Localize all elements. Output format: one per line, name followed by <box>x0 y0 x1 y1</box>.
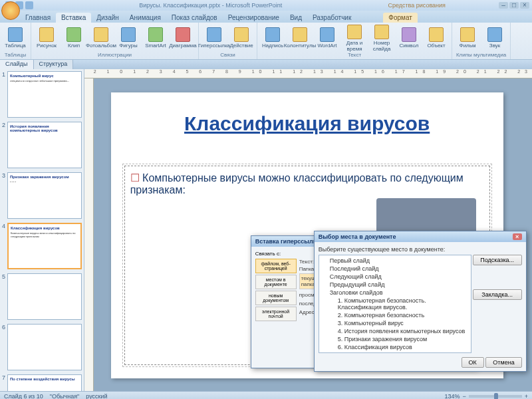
status-theme: "Обычная" <box>50 393 80 400</box>
ruler-horizontal: 2 1 0 1 2 3 4 5 6 7 8 9 10 11 12 13 14 1… <box>84 69 532 78</box>
link-side-panel: файлом, веб-страницейместом в документен… <box>255 259 297 323</box>
status-bar: Слайд 6 из 10 "Обычная" русский 134% − + <box>0 391 532 399</box>
ribbon-tab-6[interactable]: Вид <box>285 13 307 23</box>
ribbon-btn-Фильм[interactable]: Фильм <box>455 27 480 49</box>
Дата и время-icon <box>347 25 362 39</box>
link-side-1[interactable]: местом в документе <box>255 275 297 289</box>
tree-item-7[interactable]: 3. Компьютерный вирус <box>321 319 469 327</box>
tree-item-11[interactable]: 7. Слайд 7 <box>321 351 469 353</box>
ribbon-tabs: ГлавнаяВставкаДизайнАнимацияПоказ слайдо… <box>0 11 532 23</box>
ribbon-tab-4[interactable]: Показ слайдов <box>166 13 223 23</box>
ribbon-btn-Колонтитулы[interactable]: Колонтитулы <box>287 27 313 49</box>
panel-tab-slides[interactable]: Слайды <box>0 60 34 69</box>
office-button[interactable] <box>1 1 20 20</box>
maximize-button[interactable]: □ <box>509 2 519 9</box>
ribbon-btn-Символ[interactable]: Символ <box>396 27 422 49</box>
tree-item-2[interactable]: Следующий слайд <box>321 273 469 281</box>
ribbon-btn-Рисунок[interactable]: Рисунок <box>34 27 59 49</box>
ribbon-btn-Номер слайда[interactable]: Номер слайда <box>369 25 394 52</box>
slide-title[interactable]: Классификация вирусов <box>111 92 503 142</box>
Клип-icon <box>66 27 81 42</box>
ribbon-btn-Объект[interactable]: Объект <box>424 27 449 49</box>
ribbon: ТаблицаТаблицыРисунокКлипФотоальбомФигур… <box>0 23 532 60</box>
Объект-icon <box>429 27 444 42</box>
Колонтитулы-icon <box>293 27 307 42</box>
place-tree[interactable]: Первый слайдПоследний слайдСледующий сла… <box>319 255 471 353</box>
ribbon-tab-2[interactable]: Дизайн <box>91 13 124 23</box>
zoom-in-button[interactable]: + <box>525 393 528 400</box>
ribbon-tab-3[interactable]: Анимация <box>124 13 166 23</box>
ribbon-btn-Действие[interactable]: Действие <box>229 27 254 49</box>
thumb-1[interactable]: 1Компьютерный вирусспециально созданная … <box>2 71 82 118</box>
ribbon-tab-5[interactable]: Рецензирование <box>223 13 285 23</box>
ribbon-tab-1[interactable]: Вставка <box>56 13 91 23</box>
status-slide: Слайд 6 из 10 <box>4 393 43 400</box>
thumb-4[interactable]: 4Классификация вирусовКомпьютерные вирус… <box>2 223 82 269</box>
Фигуры-icon <box>121 27 136 42</box>
ribbon-btn-Надпись[interactable]: Надпись <box>260 27 285 49</box>
tree-item-1[interactable]: Последний слайд <box>321 265 469 273</box>
ribbon-btn-Фотоальбом[interactable]: Фотоальбом <box>88 27 114 49</box>
dialog-place-title: Выбор места в документе <box>319 233 396 240</box>
Звук-icon <box>487 27 502 42</box>
bullet-text: Компьютерные вирусы можно классифицирова… <box>130 172 484 196</box>
tree-item-8[interactable]: 4. История появления компьютерных вирусо… <box>321 327 469 335</box>
ribbon-tab-0[interactable]: Главная <box>20 13 56 23</box>
thumbnail-panel: 1Компьютерный вирусспециально созданная … <box>0 69 84 391</box>
Рисунок-icon <box>39 27 54 42</box>
Гиперссылка-icon <box>207 27 221 42</box>
tree-item-3[interactable]: Предыдущий слайд <box>321 281 469 289</box>
ribbon-btn-Гиперссылка[interactable]: Гиперссылка <box>201 27 227 49</box>
link-side-2[interactable]: новым документом <box>255 291 297 305</box>
place-label: Выберите существующее место в документе: <box>319 246 522 253</box>
zoom-slider[interactable] <box>469 395 522 398</box>
Диаграмма-icon <box>176 27 190 42</box>
ribbon-btn-WordArt[interactable]: WordArt <box>315 27 340 49</box>
tree-item-10[interactable]: 6. Классификация вирусов <box>321 343 469 351</box>
thumb-7[interactable]: 7По степени воздействия вирусы <box>2 374 82 391</box>
thumb-2[interactable]: 2История появления компьютерных вирусов <box>2 122 82 168</box>
minimize-button[interactable]: – <box>499 2 508 9</box>
ribbon-btn-Диаграмма[interactable]: Диаграмма <box>170 27 196 49</box>
Действие-icon <box>234 27 249 42</box>
link-side-0[interactable]: файлом, веб-страницей <box>255 259 297 273</box>
status-lang: русский <box>86 393 107 400</box>
zoom-out-button[interactable]: − <box>462 393 466 400</box>
Надпись-icon <box>265 27 280 42</box>
link-text-label: Текст: <box>299 259 314 265</box>
ribbon-btn-Звук[interactable]: Звук <box>482 27 507 49</box>
thumb-3[interactable]: 3Признаки заражения вирусом• • • • <box>2 172 82 219</box>
SmartArt-icon <box>148 27 163 42</box>
place-ok-button[interactable]: ОК <box>462 357 484 368</box>
ribbon-btn-Клип[interactable]: Клип <box>61 27 86 49</box>
qat-redo-icon[interactable] <box>25 1 33 9</box>
ribbon-btn-Дата и время[interactable]: Дата и время <box>342 25 367 52</box>
dialog-link-title: Вставка гиперссылки <box>255 238 320 245</box>
Таблица-icon <box>8 27 23 42</box>
hint-button[interactable]: Подсказка... <box>473 255 522 265</box>
dialog-place-close[interactable]: × <box>513 233 522 240</box>
tree-item-0[interactable]: Первый слайд <box>321 257 469 265</box>
link-side-3[interactable]: электронной почтой <box>255 307 297 321</box>
tree-item-6[interactable]: 2. Компьютерная безопасность <box>321 311 469 319</box>
tree-item-5[interactable]: 1. Компьютерная безопасность. Классифика… <box>321 297 469 311</box>
bookmark-button[interactable]: Закладка... <box>473 289 522 300</box>
thumb-5[interactable]: 5 <box>2 273 82 320</box>
tree-item-4[interactable]: Заголовки слайдов <box>321 289 469 297</box>
ribbon-btn-Фигуры[interactable]: Фигуры <box>116 27 141 49</box>
ribbon-tab-context[interactable]: Формат <box>383 13 418 23</box>
ribbon-btn-Таблица[interactable]: Таблица <box>3 27 28 49</box>
slide-area: 2 1 0 1 2 3 4 5 6 7 8 9 10 11 12 13 14 1… <box>84 69 532 391</box>
place-cancel-button[interactable]: Отмена <box>485 357 521 368</box>
Символ-icon <box>402 27 416 42</box>
panel-tab-outline[interactable]: Структура <box>34 60 74 69</box>
tree-item-9[interactable]: 5. Признаки заражения вирусом <box>321 335 469 343</box>
WordArt-icon <box>320 27 334 42</box>
ribbon-tab-7[interactable]: Разработчик <box>307 13 356 23</box>
thumb-6[interactable]: 6 <box>2 324 82 370</box>
ribbon-btn-SmartArt[interactable]: SmartArt <box>143 27 168 49</box>
dialog-select-place: Выбор места в документе× Выберите сущест… <box>314 231 527 372</box>
close-button[interactable]: × <box>520 2 529 9</box>
zoom-value: 134% <box>444 393 460 400</box>
panel-tabs: Слайды Структура <box>0 60 532 69</box>
